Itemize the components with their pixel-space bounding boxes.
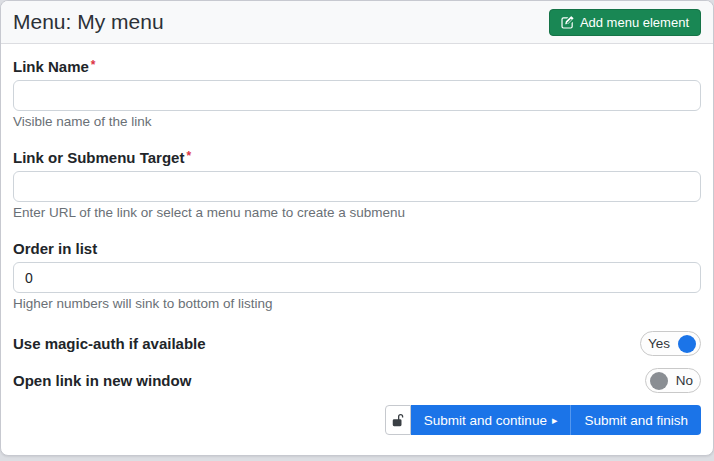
- submit-continue-label: Submit and continue: [424, 413, 547, 428]
- required-asterisk: *: [186, 149, 191, 163]
- new-window-label: Open link in new window: [13, 372, 191, 389]
- toggle-row-new-window: Open link in new window No: [13, 368, 701, 393]
- field-group-order: Order in list Higher numbers will sink t…: [13, 240, 701, 311]
- field-group-link-name: Link Name* Visible name of the link: [13, 58, 701, 129]
- caret-right-icon: ▸: [552, 415, 558, 426]
- submit-button-group: Submit and continue ▸ Submit and finish: [13, 405, 701, 435]
- link-target-label: Link or Submenu Target*: [13, 149, 701, 166]
- add-menu-element-button[interactable]: Add menu element: [549, 9, 701, 36]
- link-target-help: Enter URL of the link or select a menu n…: [13, 205, 701, 220]
- link-name-help: Visible name of the link: [13, 114, 701, 129]
- toggle-knob: [678, 335, 696, 353]
- submit-and-finish-button[interactable]: Submit and finish: [570, 405, 701, 435]
- submit-and-continue-button[interactable]: Submit and continue ▸: [411, 405, 571, 435]
- toggle-row-magic-auth: Use magic-auth if available Yes: [13, 331, 701, 356]
- submit-finish-label: Submit and finish: [584, 413, 688, 428]
- form-body: Link Name* Visible name of the link Link…: [1, 44, 713, 452]
- add-menu-element-label: Add menu element: [580, 16, 689, 29]
- order-label: Order in list: [13, 240, 701, 257]
- pencil-square-icon: [561, 16, 574, 29]
- field-group-link-target: Link or Submenu Target* Enter URL of the…: [13, 149, 701, 220]
- toggle-state-label: No: [673, 373, 696, 388]
- toggle-knob: [650, 372, 668, 390]
- new-window-toggle[interactable]: No: [645, 368, 701, 393]
- link-name-label: Link Name*: [13, 58, 701, 75]
- menu-editor-card: Menu: My menu Add menu element Link Name…: [0, 0, 714, 456]
- magic-auth-label: Use magic-auth if available: [13, 335, 206, 352]
- unlock-icon: [391, 413, 405, 427]
- link-name-input[interactable]: [13, 80, 701, 111]
- magic-auth-toggle[interactable]: Yes: [640, 331, 701, 356]
- order-help: Higher numbers will sink to bottom of li…: [13, 296, 701, 311]
- lock-button[interactable]: [385, 405, 411, 435]
- toggle-state-label: Yes: [645, 336, 673, 351]
- page-title: Menu: My menu: [13, 10, 164, 34]
- order-input[interactable]: [13, 262, 701, 293]
- card-header: Menu: My menu Add menu element: [1, 1, 713, 44]
- link-target-input[interactable]: [13, 171, 701, 202]
- required-asterisk: *: [91, 58, 96, 72]
